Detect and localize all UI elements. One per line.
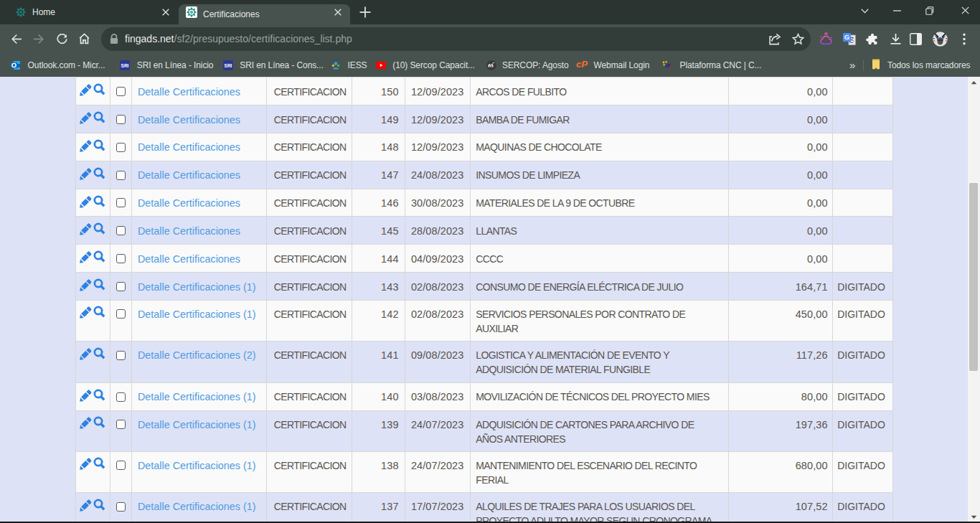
svg-text:SRI: SRI	[225, 63, 232, 68]
svg-text:G: G	[844, 33, 849, 41]
svg-text:SRI: SRI	[121, 63, 129, 68]
